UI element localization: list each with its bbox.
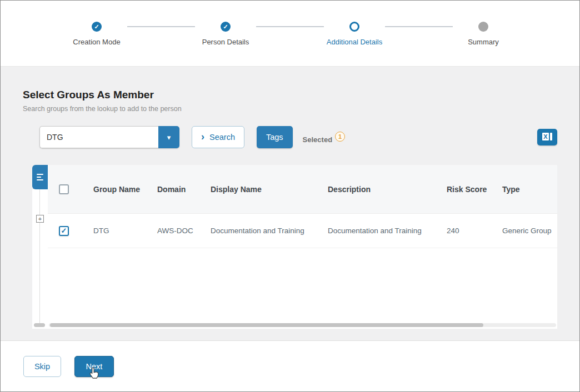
step-label: Summary	[468, 38, 499, 46]
table-header-row: Group Name Domain Display Name Descripti…	[48, 165, 557, 214]
cell-type: Generic Group	[492, 227, 557, 235]
tags-button[interactable]: Tags	[257, 126, 293, 148]
selected-label: Selected	[303, 135, 332, 144]
tree-line	[39, 189, 40, 323]
table-row[interactable]: ✓ DTG AWS-DOC Documentation and Training…	[48, 214, 557, 248]
lookup-dropdown-button[interactable]: ▾	[158, 126, 179, 148]
page-title: Select Groups As Member	[23, 89, 579, 101]
row-checkbox[interactable]: ✓	[59, 226, 69, 236]
scrollbar-thumb[interactable]	[50, 323, 483, 327]
excel-export-icon: X	[542, 132, 553, 143]
column-header-description: Description	[318, 185, 437, 194]
tree-panel: +	[32, 189, 48, 329]
step-connector	[385, 26, 453, 27]
column-header-risk-score: Risk Score	[437, 185, 492, 194]
upcoming-step-circle	[478, 22, 488, 32]
group-lookup-combo: ▾	[39, 126, 179, 148]
search-button[interactable]: › Search	[192, 126, 244, 148]
step-creation-mode[interactable]: ✓ Creation Mode	[66, 22, 127, 46]
step-label: Person Details	[202, 38, 249, 46]
caret-down-icon: ▾	[167, 133, 171, 142]
cell-display-name: Documentation and Training	[201, 227, 318, 235]
group-lookup-input[interactable]	[39, 126, 158, 148]
table-horizontal-scrollbar	[49, 323, 556, 327]
cell-description: Documentation and Training	[318, 227, 437, 235]
wizard-page: ✓ Creation Mode ✓ Person Details Additio…	[0, 0, 580, 392]
column-header-domain: Domain	[147, 185, 201, 194]
cell-domain: AWS-DOC	[147, 227, 201, 235]
column-header-type: Type	[492, 185, 557, 194]
export-excel-button[interactable]: X	[537, 129, 557, 145]
step-connector	[256, 26, 324, 27]
step-summary: Summary	[453, 22, 514, 46]
selected-indicator: Selected 1	[303, 131, 345, 144]
plus-box-icon[interactable]: +	[36, 215, 44, 223]
check-icon: ✓	[92, 22, 102, 32]
side-panel-scrollbar[interactable]	[34, 323, 45, 327]
search-controls: ▾ › Search Tags Selected 1 X	[39, 125, 557, 149]
step-additional-details[interactable]: Additional Details	[324, 22, 385, 46]
table-side-panel: +	[32, 165, 48, 329]
column-header-group-name: Group Name	[83, 185, 147, 194]
page-subtitle: Search groups from the lookup to add to …	[23, 105, 579, 113]
step-label: Creation Mode	[73, 38, 120, 46]
step-person-details[interactable]: ✓ Person Details	[195, 22, 256, 46]
groups-table-area: + Group Name Domain Display Name Descrip…	[32, 165, 557, 329]
step-connector	[127, 26, 195, 27]
skip-button[interactable]: Skip	[23, 356, 61, 377]
list-menu-icon	[37, 174, 43, 180]
tree-panel-toggle-button[interactable]	[32, 165, 48, 189]
groups-table: Group Name Domain Display Name Descripti…	[48, 165, 557, 329]
step-label: Additional Details	[327, 38, 382, 46]
next-button[interactable]: Next	[74, 356, 114, 377]
check-icon: ✓	[221, 22, 231, 32]
select-all-checkbox[interactable]	[59, 184, 69, 194]
column-header-display-name: Display Name	[201, 185, 318, 194]
cell-group-name: DTG	[83, 227, 147, 235]
select-groups-section: Select Groups As Member Search groups fr…	[1, 66, 579, 340]
active-step-circle	[349, 22, 359, 32]
cell-risk-score: 240	[437, 227, 492, 235]
search-button-label: Search	[209, 133, 235, 142]
stepper: ✓ Creation Mode ✓ Person Details Additio…	[1, 1, 579, 66]
selected-count-badge: 1	[335, 132, 345, 142]
svg-text:X: X	[543, 133, 548, 140]
chevron-right-icon: ›	[201, 132, 204, 142]
wizard-footer: Skip Next	[1, 340, 579, 391]
